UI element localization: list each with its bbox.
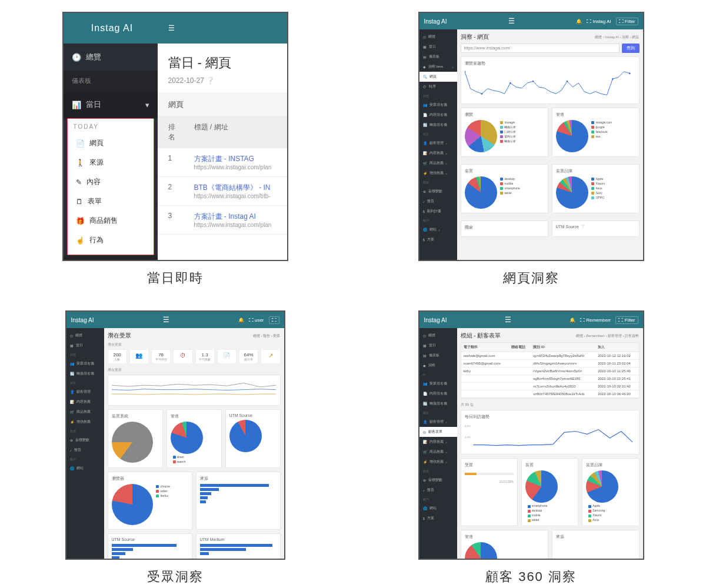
dropdown-item-source[interactable]: 🚶來源 bbox=[68, 153, 154, 172]
hamburger-icon[interactable]: ☰ bbox=[163, 316, 169, 324]
legend: Instagai 轉換分析 口碑分析 電商分析 轉換分析 bbox=[500, 120, 516, 143]
sidebar-item[interactable]: ♪ 聲音 bbox=[419, 485, 457, 495]
sidebar-item[interactable]: ⏱ 時序 bbox=[419, 82, 457, 92]
hamburger-icon[interactable]: ☰ bbox=[505, 316, 511, 324]
table-row[interactable]: 1 方案計畫 - INSTAGhttps://www.instagai.com/… bbox=[158, 148, 287, 177]
sidebar-item[interactable]: 👥 受眾排名儀 bbox=[419, 379, 457, 389]
user-menu[interactable]: ⛶ user bbox=[249, 318, 264, 323]
hamburger-icon[interactable]: ☰ bbox=[508, 17, 515, 25]
sidebar-item[interactable]: 🔄 轉換排名儀 bbox=[419, 120, 457, 130]
sidebar-item[interactable]: 👥 受眾排名儀 bbox=[66, 359, 104, 369]
chevron-down-icon: ▾ bbox=[145, 101, 149, 109]
sidebar-item[interactable]: ⊕ 目標變數 bbox=[419, 186, 457, 196]
user-menu[interactable]: ⛶ Instag AI bbox=[587, 19, 611, 24]
sidebar-item[interactable]: 🛒 商品推薦 › bbox=[419, 447, 457, 457]
pie-chart bbox=[171, 422, 203, 454]
card-title: 瀏覽量趨勢 bbox=[465, 61, 635, 66]
query-button[interactable]: 查詢 bbox=[622, 44, 640, 53]
sidebar-item-web-active[interactable]: 🔍 網頁 bbox=[419, 72, 457, 82]
sidebar-item[interactable]: ⚡ 增強推薦 › bbox=[419, 168, 457, 178]
user-menu[interactable]: ⛶ Rememberr bbox=[580, 318, 611, 323]
sidebar-item[interactable]: ◆ 洞察 bbox=[419, 360, 457, 370]
url-input[interactable]: https://www.instagai.com/ bbox=[461, 44, 620, 53]
dropdown-item-form[interactable]: 🗒表單 bbox=[68, 192, 154, 211]
bounce-icon: ↗ bbox=[268, 352, 273, 359]
topbar: Instag AI ☰ 🔔⛶ Rememberr⛶ Filter bbox=[419, 312, 643, 328]
table-title: 網頁 bbox=[158, 93, 287, 116]
table-row[interactable]: xuan67495@gmail.comdthvSlrvgagzn1Aweyozn… bbox=[461, 360, 639, 368]
sidebar-item[interactable]: 🔄 轉換排名儀 bbox=[419, 399, 457, 409]
sidebar-item[interactable]: 👤 顧客管理 › bbox=[419, 138, 457, 148]
sidebar-item[interactable]: 🌐 網站 bbox=[419, 503, 457, 513]
page-icon: 📄 bbox=[76, 139, 85, 148]
dropdown-item-content[interactable]: ✎內容 bbox=[68, 172, 154, 192]
sidebar-item[interactable]: 👤 顧客管理 bbox=[66, 387, 104, 397]
sidebar-item[interactable]: $ 方案 bbox=[419, 513, 457, 523]
col-title: 標題 / 網址 bbox=[194, 122, 228, 142]
sidebar: ◎ 總覽 ▦ 當日 ▤ 儀表板 ◆ 洞察 beta › 🔍 網頁 ⏱ 時序 目標… bbox=[419, 29, 457, 260]
dropdown-item-sales[interactable]: 🎁商品銷售 bbox=[68, 211, 154, 230]
sidebar-item[interactable]: ⊕ 目標變數 bbox=[66, 435, 104, 445]
bell-icon[interactable]: 🔔 bbox=[570, 318, 575, 323]
sidebar-item[interactable]: ▤ 儀表板 bbox=[419, 52, 457, 62]
sidebar-item[interactable]: ▤ 儀表板 bbox=[419, 350, 457, 360]
table-row[interactable]: rs7LurrvZvbon8eAo4y28102022-10-10 02:31:… bbox=[461, 383, 639, 390]
filter-button[interactable]: ⛶ Filter bbox=[615, 316, 638, 324]
sidebar-item[interactable]: 📄 內容排名儀 bbox=[419, 110, 457, 120]
table-row[interactable]: 2 BTB《電商結構學》 - INhttps://www.instagai.co… bbox=[158, 177, 287, 206]
stat-card: 👥 bbox=[129, 349, 149, 364]
sidebar-item[interactable]: ◎ 總覽 bbox=[419, 32, 457, 42]
filter-button[interactable]: ⛶ Filter bbox=[616, 18, 638, 25]
sidebar-item[interactable]: 📄 內容排名儀 bbox=[419, 389, 457, 399]
bell-icon[interactable]: 🔔 bbox=[576, 19, 582, 24]
line-chart: 8,000 4,000 bbox=[465, 422, 635, 450]
section-label: 潛在受眾 bbox=[108, 342, 281, 348]
sidebar-item[interactable]: 📝 內容推薦 bbox=[66, 397, 104, 407]
help-icon[interactable]: ❔ bbox=[580, 225, 585, 229]
sidebar-item[interactable]: ◎ 總覽 bbox=[66, 330, 104, 340]
sidebar-item[interactable]: 👥 受眾排名儀 bbox=[419, 100, 457, 110]
sidebar-item[interactable]: $ 方案 bbox=[419, 235, 457, 245]
sidebar-item[interactable]: 🛒 商品推薦 › bbox=[419, 158, 457, 168]
sidebar-item-today[interactable]: 📊當日▾ bbox=[64, 91, 158, 118]
table-row[interactable]: szB0z74578/E940508os1kTrAnb2022-10-10 06… bbox=[461, 390, 639, 398]
table-row[interactable]: kirbyrVgam2vlcBw8rVms/4wxn5p0z2022-10-10… bbox=[461, 368, 639, 375]
sidebar-item[interactable]: ▦ 當日 bbox=[419, 42, 457, 52]
table-row[interactable]: sgBvr4mn85tsgh7wtnsr6E1852022-10-10 22:2… bbox=[461, 375, 639, 383]
sidebar-item[interactable]: ♪ 聲音 bbox=[419, 196, 457, 206]
sidebar-item-overview[interactable]: 🕑總覽 bbox=[64, 44, 158, 71]
table-row[interactable]: seshale@gmail.comqyn6534vZwavp8g7Bsyy2w5… bbox=[461, 352, 639, 360]
sidebar-item[interactable]: 👤 顧客管理 › bbox=[419, 417, 457, 427]
stat-card: 78平均停留 bbox=[151, 349, 171, 364]
table-row[interactable]: 3 方案計畫 - Instag AIhttps://www.instagai.c… bbox=[158, 206, 287, 235]
sidebar-item[interactable]: 📝 內容推薦 › bbox=[419, 148, 457, 158]
sidebar-item[interactable]: $ 顯利計畫 bbox=[419, 206, 457, 216]
help-icon[interactable]: ❔ bbox=[206, 76, 215, 85]
topbar: Instag AI ☰ 🔔⛶ user⛶ bbox=[66, 312, 284, 328]
svg-point-5 bbox=[612, 78, 613, 79]
sidebar-item[interactable]: ⚡ 增強推薦 › bbox=[419, 457, 457, 467]
hamburger-icon[interactable]: ☰ bbox=[168, 24, 175, 32]
sidebar-item[interactable]: 🌐 網站 › bbox=[419, 225, 457, 235]
bell-icon[interactable]: 🔔 bbox=[238, 318, 244, 323]
sidebar-item[interactable]: ⚡ 增強推薦 bbox=[66, 417, 104, 427]
sidebar-item[interactable]: ◆ 洞察 beta › bbox=[419, 62, 457, 72]
sidebar-item[interactable]: 📝 內容推薦 › bbox=[419, 437, 457, 447]
sidebar-item[interactable]: ◎ 總覽 bbox=[419, 330, 457, 340]
sidebar-item[interactable]: ♪ 聲音 bbox=[66, 445, 104, 455]
sidebar-item[interactable]: ⊕ 目標變數 bbox=[419, 475, 457, 485]
sidebar-item[interactable]: ▦ 當日 bbox=[419, 340, 457, 350]
sidebar-item[interactable]: 🌐 網站 bbox=[66, 463, 104, 473]
sidebar-item[interactable]: 🔄 轉換排名儀 bbox=[66, 369, 104, 379]
pie-chart bbox=[465, 120, 497, 152]
filter-button[interactable]: ⛶ bbox=[269, 316, 279, 324]
sidebar-item[interactable]: 🛒 商品推薦 bbox=[66, 407, 104, 417]
customer-table: 電子郵件聯絡電話識別 ID加入 seshale@gmail.comqyn6534… bbox=[461, 343, 639, 398]
dropdown-item-web[interactable]: 📄網頁 bbox=[68, 133, 154, 153]
brand-logo: Instag AI bbox=[424, 317, 447, 323]
sidebar-item-customer-form[interactable]: ◎ 顧客表單 bbox=[419, 427, 457, 437]
sidebar-item[interactable]: ▦ 當日 bbox=[66, 340, 104, 350]
brand-pie-card: 裝置品牌 Apple Xiaomi Asus Sony OPPO bbox=[552, 164, 640, 213]
caption-customer: 顧客 360 洞察 bbox=[485, 568, 577, 586]
dropdown-item-behavior[interactable]: ☝行為 bbox=[68, 230, 154, 250]
